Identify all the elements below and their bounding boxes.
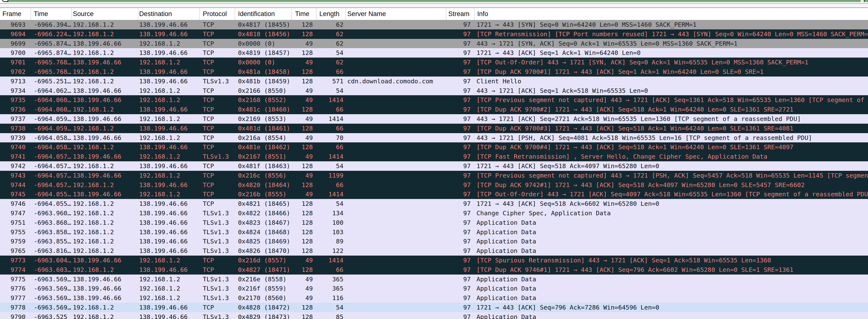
column-header-stream[interactable]: Stream xyxy=(446,8,474,20)
packet-row-9765[interactable]: 9765-6963.816…192.168.1.2138.199.46.66TL… xyxy=(0,246,868,256)
cell-protocol: TCP xyxy=(199,256,235,265)
packet-row-9734[interactable]: 9734-6964.062…138.199.46.66192.168.1.2TC… xyxy=(0,86,868,95)
column-header-length[interactable]: Length xyxy=(316,8,346,20)
cell-stream: 97 xyxy=(446,218,471,227)
cell-time: -6963.569… xyxy=(26,303,72,312)
filter-input[interactable] xyxy=(8,0,861,2)
cell-protocol: TCP xyxy=(199,20,235,29)
cell-destination: 192.168.1.2 xyxy=(138,274,199,284)
packet-row-9702[interactable]: 9702-6965.768…192.168.1.2138.199.46.66TC… xyxy=(0,67,868,77)
column-header-protocol[interactable]: Protocol xyxy=(199,8,235,20)
cell-server-name: cdn.download.comodo.com xyxy=(343,77,446,86)
column-header-identification[interactable]: Identification xyxy=(235,8,292,20)
cell-source: 138.199.46.66 xyxy=(72,256,138,265)
cell-protocol: TCP xyxy=(199,67,235,77)
cell-source: 192.168.1.2 xyxy=(72,208,138,218)
column-header-time[interactable]: Time xyxy=(31,8,72,20)
cell-frame: 9765 xyxy=(0,246,26,256)
cell-time-2: 49 xyxy=(292,114,313,124)
packet-row-9745[interactable]: 9745-6964.055…138.199.46.66192.168.1.2TC… xyxy=(0,190,868,199)
cell-stream: 97 xyxy=(446,256,471,265)
cell-destination: 138.199.46.66 xyxy=(138,312,199,319)
cell-info: Application Data xyxy=(471,312,868,319)
column-header-time-2[interactable]: Time xyxy=(292,8,316,20)
packet-row-9751[interactable]: 9751-6963.868…192.168.1.2138.199.46.66TL… xyxy=(0,218,868,227)
cell-time-2: 128 xyxy=(292,77,313,86)
packet-row-9701[interactable]: 9701-6965.768…138.199.46.66192.168.1.2TC… xyxy=(0,58,868,67)
column-header-destination[interactable]: Destination xyxy=(138,8,199,20)
cell-destination: 138.199.46.66 xyxy=(138,237,199,246)
cell-destination: 138.199.46.66 xyxy=(138,199,199,208)
cell-stream: 97 xyxy=(446,293,471,303)
column-header-source[interactable]: Source xyxy=(72,8,138,20)
packet-row-9755[interactable]: 9755-6963.858…192.168.1.2138.199.46.66TL… xyxy=(0,227,868,237)
cell-time: -6966.224… xyxy=(26,29,72,39)
cell-stream: 97 xyxy=(446,77,471,86)
packet-row-9759[interactable]: 9759-6963.855…192.168.1.2138.199.46.66TL… xyxy=(0,237,868,246)
cell-frame: 9751 xyxy=(0,218,26,227)
cell-identification: 0x216f (8559) xyxy=(235,284,292,293)
cell-destination: 192.168.1.2 xyxy=(138,86,199,95)
cell-destination: 192.168.1.2 xyxy=(138,95,199,105)
cell-identification: 0x4819 (18457) xyxy=(235,48,292,58)
packet-row-9777[interactable]: 9777-6963.569…138.199.46.66192.168.1.2TL… xyxy=(0,293,868,303)
cell-protocol: TLSv1.3 xyxy=(199,237,235,246)
packet-row-9737[interactable]: 9737-6964.059…138.199.46.66192.168.1.2TC… xyxy=(0,114,868,124)
cell-info: 1721 → 443 [ACK] Seq=518 Ack=4097 Win=65… xyxy=(471,161,868,171)
column-header-info[interactable]: Info xyxy=(474,8,868,20)
cell-source: 138.199.46.66 xyxy=(72,152,138,161)
packet-row-9736[interactable]: 9736-6964.060…192.168.1.2138.199.46.66TC… xyxy=(0,105,868,114)
packet-row-9735[interactable]: 9735-6964.060…138.199.46.66192.168.1.2TC… xyxy=(0,95,868,105)
cell-protocol: TCP xyxy=(199,265,235,274)
packet-row-9693[interactable]: 9693-6966.394…192.168.1.2138.199.46.66TC… xyxy=(0,20,868,29)
cell-time-2: 128 xyxy=(292,265,313,274)
cell-info: 443 → 1721 [ACK] Seq=2721 Ack=518 Win=65… xyxy=(471,114,868,124)
cell-time: -6964.060… xyxy=(26,105,72,114)
packet-row-9739[interactable]: 9739-6964.058…138.199.46.66192.168.1.2TC… xyxy=(0,133,868,143)
packet-row-9747[interactable]: 9747-6963.960…192.168.1.2138.199.46.66TL… xyxy=(0,208,868,218)
packet-row-9776[interactable]: 9776-6963.569…138.199.46.66192.168.1.2TL… xyxy=(0,284,868,293)
packet-row-9694[interactable]: 9694-6966.224…192.168.1.2138.199.46.66TC… xyxy=(0,29,868,39)
packet-row-9744[interactable]: 9744-6964.057…192.168.1.2138.199.46.66TC… xyxy=(0,180,868,190)
packet-row-9773[interactable]: 9773-6963.604…138.199.46.66192.168.1.2TC… xyxy=(0,256,868,265)
cell-length: 116 xyxy=(313,293,343,303)
column-header-frame[interactable]: Frame xyxy=(0,8,31,20)
packet-row-9738[interactable]: 9738-6964.059…192.168.1.2138.199.46.66TC… xyxy=(0,124,868,133)
cell-info: [TCP Dup ACK 9746#1] 1721 → 443 [ACK] Se… xyxy=(471,265,868,274)
cell-info: [TCP Fast Retransmission] , Server Hello… xyxy=(471,152,868,161)
packet-row-9713[interactable]: 9713-6965.251…192.168.1.2138.199.46.66TL… xyxy=(0,77,868,86)
cell-server-name xyxy=(343,29,446,39)
cell-length: 66 xyxy=(313,67,343,77)
packet-row-9740[interactable]: 9740-6964.058…192.168.1.2138.199.46.66TC… xyxy=(0,142,868,152)
packet-row-9746[interactable]: 9746-6964.055…192.168.1.2138.199.46.66TC… xyxy=(0,199,868,208)
packet-row-9778[interactable]: 9778-6963.569…192.168.1.2138.199.46.66TC… xyxy=(0,303,868,312)
cell-time-2: 49 xyxy=(292,133,313,143)
packet-row-9742[interactable]: 9742-6964.057…192.168.1.2138.199.46.66TC… xyxy=(0,161,868,171)
cell-time-2: 128 xyxy=(292,29,313,39)
packet-row-9699[interactable]: 9699-6965.874…138.199.46.66192.168.1.2TC… xyxy=(0,39,868,48)
cell-time: -6963.855… xyxy=(26,237,72,246)
filter-apply-area[interactable] xyxy=(864,0,868,2)
cell-info: [TCP Spurious Retransmission] 443 → 1721… xyxy=(471,256,868,265)
cell-source: 192.168.1.2 xyxy=(72,303,138,312)
display-filter-bar[interactable] xyxy=(0,0,868,2)
cell-server-name xyxy=(343,95,446,105)
cell-info: 443 → 1721 [ACK] Seq=1 Ack=518 Win=65535… xyxy=(471,86,868,95)
filter-bookmark-icon[interactable] xyxy=(2,0,8,2)
cell-length: 100 xyxy=(313,218,343,227)
packet-row-9743[interactable]: 9743-6964.057…138.199.46.66192.168.1.2TC… xyxy=(0,171,868,180)
cell-destination: 138.199.46.66 xyxy=(138,303,199,312)
pane-spacer xyxy=(0,4,868,7)
column-header-server-name[interactable]: Server Name xyxy=(346,8,446,20)
packet-row-9774[interactable]: 9774-6963.603…192.168.1.2138.199.46.66TC… xyxy=(0,265,868,274)
cell-time-2: 128 xyxy=(292,199,313,208)
packet-row-9775[interactable]: 9775-6963.569…138.199.46.66192.168.1.2TL… xyxy=(0,274,868,284)
packet-row-9741[interactable]: 9741-6964.057…138.199.46.66192.168.1.2TL… xyxy=(0,152,868,161)
cell-time-2: 49 xyxy=(292,274,313,284)
packet-row-9790[interactable]: 9790-6963.525192.168.1.2138.199.46.66TLS… xyxy=(0,312,868,319)
packet-list[interactable]: 9693-6966.394…192.168.1.2138.199.46.66TC… xyxy=(0,20,868,319)
packet-row-9700[interactable]: 9700-6965.874…192.168.1.2138.199.46.66TC… xyxy=(0,48,868,58)
cell-time: -6963.569… xyxy=(26,284,72,293)
cell-source: 192.168.1.2 xyxy=(72,48,138,58)
cell-frame: 9734 xyxy=(0,86,26,95)
